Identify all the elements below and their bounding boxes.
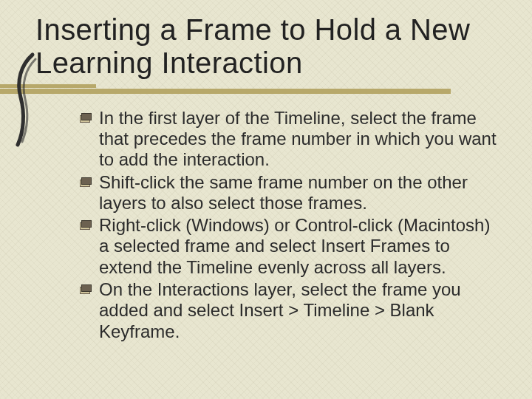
bullet-list: In the first layer of the Timeline, sele…	[80, 108, 505, 342]
bullet-icon	[80, 284, 92, 295]
slide-title: Inserting a Frame to Hold a New Learning…	[35, 13, 505, 80]
slide: Inserting a Frame to Hold a New Learning…	[0, 0, 532, 399]
svg-rect-5	[82, 221, 92, 228]
list-item: On the Interactions layer, select the fr…	[80, 279, 505, 342]
bullet-icon	[80, 220, 92, 231]
list-item: Right-click (Windows) or Control-click (…	[80, 215, 505, 278]
underline-short	[0, 84, 96, 88]
bullet-icon	[80, 113, 92, 123]
bullet-text: Shift-click the same frame number on the…	[99, 172, 468, 213]
title-underline	[0, 84, 532, 102]
bullet-icon	[80, 177, 92, 188]
list-item: In the first layer of the Timeline, sele…	[80, 108, 505, 171]
bullet-text: In the first layer of the Timeline, sele…	[99, 108, 497, 170]
bullet-text: Right-click (Windows) or Control-click (…	[99, 215, 490, 277]
svg-rect-3	[82, 177, 92, 184]
underline-long	[0, 89, 451, 94]
bullet-text: On the Interactions layer, select the fr…	[99, 279, 461, 341]
list-item: Shift-click the same frame number on the…	[80, 172, 505, 214]
svg-rect-7	[82, 285, 92, 292]
svg-rect-1	[82, 113, 92, 120]
